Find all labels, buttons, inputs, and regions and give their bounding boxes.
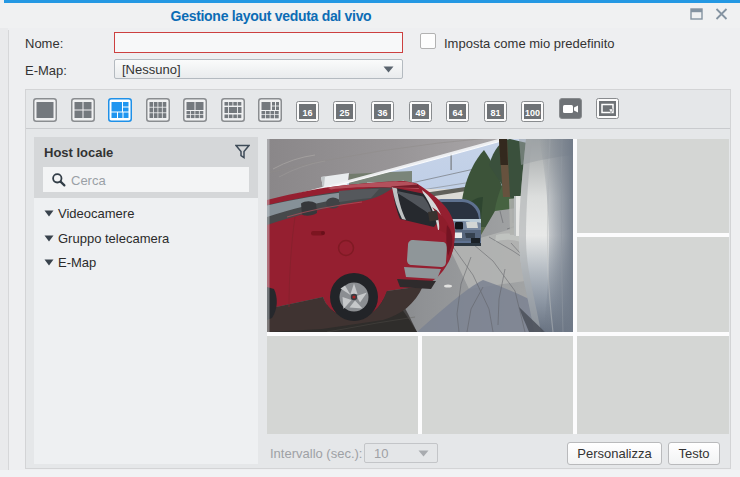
- svg-text:25: 25: [340, 107, 350, 117]
- svg-text:64: 64: [452, 107, 462, 117]
- svg-text:100: 100: [525, 107, 540, 117]
- svg-text:49: 49: [415, 107, 425, 117]
- svg-text:36: 36: [377, 107, 387, 117]
- svg-text:16: 16: [302, 107, 312, 117]
- svg-text:81: 81: [490, 107, 500, 117]
